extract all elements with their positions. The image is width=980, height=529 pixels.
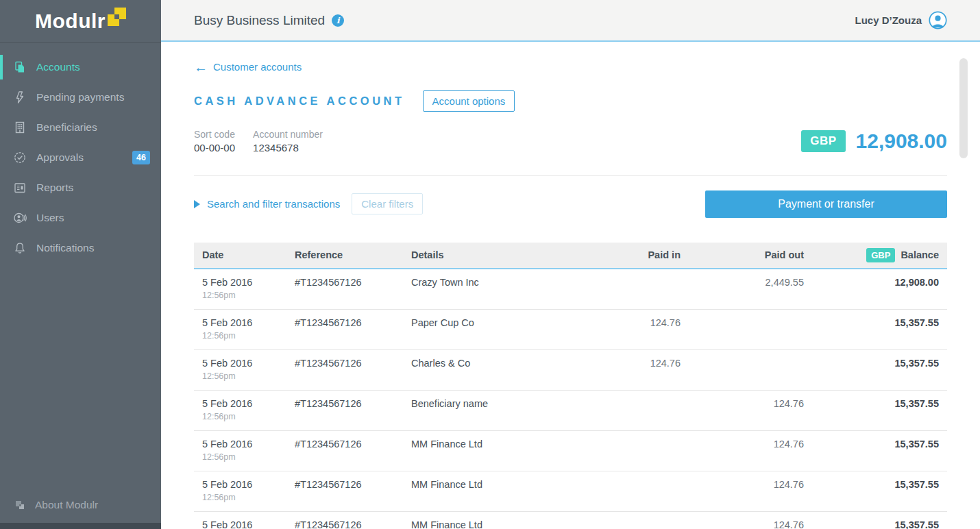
- cell-details: Charles & Co: [403, 349, 605, 390]
- transaction-date: 5 Feb 2016: [202, 398, 278, 409]
- account-number-block: Account number 12345678: [253, 129, 323, 153]
- transaction-date: 5 Feb 2016: [202, 358, 278, 369]
- transaction-row[interactable]: 5 Feb 2016 12:56pm #T1234567126 MM Finan…: [194, 511, 947, 529]
- info-icon[interactable]: i: [332, 14, 344, 27]
- search-filter-toggle[interactable]: Search and filter transactions: [194, 198, 340, 210]
- cell-balance: 12,908.00: [812, 269, 947, 310]
- cell-reference: #T1234567126: [286, 390, 403, 430]
- cell-paid-in: [605, 269, 689, 310]
- expand-triangle-icon: [194, 200, 200, 208]
- sidebar-item-users[interactable]: Users: [0, 203, 161, 233]
- sidebar-item-reports[interactable]: Reports: [0, 173, 161, 203]
- users-icon: [12, 210, 27, 225]
- table-body: 5 Feb 2016 12:56pm #T1234567126 Crazy To…: [194, 269, 947, 529]
- transaction-row[interactable]: 5 Feb 2016 12:56pm #T1234567126 MM Finan…: [194, 471, 947, 511]
- balance-group: GBP 12,908.00: [801, 130, 947, 153]
- back-link-label: Customer accounts: [213, 61, 302, 73]
- sort-code-value: 00-00-00: [194, 142, 235, 153]
- col-header-paid-out: Paid out: [689, 243, 812, 269]
- cell-paid-in: [605, 511, 689, 529]
- cell-details: Paper Cup Co: [403, 309, 605, 349]
- sidebar-nav: Accounts Pending payments Beneficiaries …: [0, 43, 161, 263]
- cell-paid-out: 124.76: [689, 511, 812, 529]
- transaction-date: 5 Feb 2016: [202, 519, 278, 529]
- sidebar-item-label: Reports: [36, 182, 73, 194]
- sidebar-item-approvals[interactable]: Approvals 46: [0, 143, 161, 173]
- top-header: Busy Business Limited i Lucy D’Zouza: [161, 0, 980, 42]
- transaction-row[interactable]: 5 Feb 2016 12:56pm #T1234567126 MM Finan…: [194, 430, 947, 471]
- col-header-paid-in: Paid in: [605, 243, 689, 269]
- table-header-row: Date Reference Details Paid in Paid out …: [194, 243, 947, 269]
- col-header-balance: GBP Balance: [812, 243, 947, 269]
- sidebar-footer-strip: [0, 523, 161, 529]
- transaction-time: 12:56pm: [202, 493, 278, 502]
- currency-badge: GBP: [801, 130, 845, 152]
- sidebar-item-label: Pending payments: [36, 91, 124, 103]
- approvals-icon: [12, 150, 27, 165]
- cell-paid-out: 124.76: [689, 430, 812, 471]
- payment-or-transfer-button[interactable]: Payment or transfer: [705, 190, 947, 218]
- transaction-time: 12:56pm: [202, 452, 278, 462]
- transaction-row[interactable]: 5 Feb 2016 12:56pm #T1234567126 Paper Cu…: [194, 309, 947, 349]
- cell-balance: 15,357.55: [812, 390, 947, 430]
- transactions-table: Date Reference Details Paid in Paid out …: [194, 243, 947, 529]
- approvals-count-badge: 46: [132, 151, 150, 164]
- account-title: CASH ADVANCE ACCOUNT: [194, 95, 405, 108]
- cell-balance: 15,357.55: [812, 309, 947, 349]
- cell-balance: 15,357.55: [812, 430, 947, 471]
- transaction-time: 12:56pm: [202, 291, 278, 300]
- scrollbar-thumb[interactable]: [959, 58, 968, 158]
- cell-paid-in: [605, 471, 689, 511]
- cell-date: 5 Feb 2016 12:56pm: [194, 269, 286, 310]
- search-filter-label: Search and filter transactions: [207, 198, 340, 210]
- beneficiaries-icon: [12, 120, 27, 135]
- clear-filters-button[interactable]: Clear filters: [352, 193, 423, 214]
- cell-date: 5 Feb 2016 12:56pm: [194, 511, 286, 529]
- user-menu[interactable]: Lucy D’Zouza: [855, 11, 947, 29]
- sidebar-item-label: Accounts: [36, 61, 80, 73]
- sidebar-item-beneficiaries[interactable]: Beneficiaries: [0, 112, 161, 143]
- accounts-icon: [12, 60, 27, 75]
- transaction-date: 5 Feb 2016: [202, 439, 278, 450]
- sidebar-item-about-modulr[interactable]: About Modulr: [0, 487, 161, 523]
- cell-details: Beneficiary name: [403, 390, 605, 430]
- modulr-logo-icon: [108, 8, 126, 26]
- cell-date: 5 Feb 2016 12:56pm: [194, 430, 286, 471]
- transaction-row[interactable]: 5 Feb 2016 12:56pm #T1234567126 Crazy To…: [194, 269, 947, 310]
- cell-balance: 15,357.55: [812, 349, 947, 390]
- about-modulr-label: About Modulr: [35, 499, 98, 511]
- logo: Modulr: [0, 0, 161, 43]
- balance-header-label: Balance: [901, 249, 939, 260]
- cell-date: 5 Feb 2016 12:56pm: [194, 349, 286, 390]
- user-name: Lucy D’Zouza: [855, 14, 922, 26]
- back-arrow-icon: ←: [194, 62, 208, 72]
- company-name: Busy Business Limited: [194, 13, 325, 28]
- cell-paid-in: 124.76: [605, 349, 689, 390]
- transaction-date: 5 Feb 2016: [202, 277, 278, 288]
- cell-balance: 15,357.55: [812, 511, 947, 529]
- cell-reference: #T1234567126: [286, 349, 403, 390]
- cell-reference: #T1234567126: [286, 269, 403, 310]
- cell-reference: #T1234567126: [286, 309, 403, 349]
- sort-code-label: Sort code: [194, 129, 235, 140]
- sidebar-item-pending-payments[interactable]: Pending payments: [0, 82, 161, 112]
- sidebar-item-notifications[interactable]: Notifications: [0, 233, 161, 263]
- transaction-row[interactable]: 5 Feb 2016 12:56pm #T1234567126 Charles …: [194, 349, 947, 390]
- col-header-date: Date: [194, 243, 286, 269]
- main-content: ← Customer accounts CASH ADVANCE ACCOUNT…: [161, 42, 980, 529]
- cell-paid-out: 2,449.55: [689, 269, 812, 310]
- cell-paid-out: 124.76: [689, 390, 812, 430]
- cell-paid-in: [605, 430, 689, 471]
- cell-reference: #T1234567126: [286, 471, 403, 511]
- back-to-customer-accounts-link[interactable]: ← Customer accounts: [194, 61, 302, 73]
- cell-details: MM Finance Ltd: [403, 430, 605, 471]
- cell-details: Crazy Town Inc: [403, 269, 605, 310]
- sidebar-item-accounts[interactable]: Accounts: [0, 52, 161, 82]
- sidebar-item-label: Beneficiaries: [36, 121, 97, 134]
- user-avatar-icon: [929, 11, 947, 29]
- cell-date: 5 Feb 2016 12:56pm: [194, 471, 286, 511]
- account-options-button[interactable]: Account options: [423, 90, 515, 112]
- transaction-row[interactable]: 5 Feb 2016 12:56pm #T1234567126 Benefici…: [194, 390, 947, 430]
- reports-icon: [12, 180, 27, 195]
- transaction-date: 5 Feb 2016: [202, 317, 278, 328]
